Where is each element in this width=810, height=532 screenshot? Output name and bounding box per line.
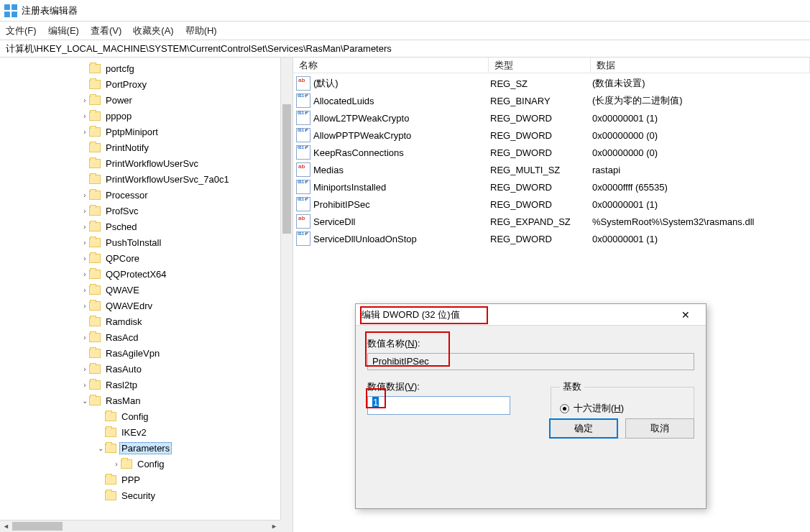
value-name: AllowL2TPWeakCrypto: [313, 113, 490, 124]
value-name: AllocatedLuids: [313, 96, 490, 106]
tree-item-label: pppop: [103, 110, 134, 122]
tree-pane: portcfgPortProxy›Power›pppop›PptpMinipor…: [0, 58, 293, 532]
value-row[interactable]: KeepRasConnectionsREG_DWORD0x00000000 (0…: [293, 144, 810, 161]
value-row[interactable]: ProhibitIPSecREG_DWORD0x00000001 (1): [293, 196, 810, 213]
value-name: AllowPPTPWeakCrypto: [313, 130, 490, 141]
tree-item-label: QPCore: [103, 252, 142, 265]
tree-item[interactable]: ⌄RasMan: [0, 393, 280, 408]
tree-vertical-scrollbar[interactable]: [280, 58, 293, 520]
tree-item[interactable]: ›Power: [0, 92, 280, 108]
folder-icon: [89, 349, 101, 358]
folder-icon: [89, 364, 101, 374]
value-row[interactable]: (默认)REG_SZ(数值未设置): [293, 75, 810, 92]
ok-button[interactable]: 确定: [549, 418, 618, 439]
value-row[interactable]: AllocatedLuidsREG_BINARY(长度为零的二进制值): [293, 92, 810, 109]
menu-item[interactable]: 编辑(E): [48, 24, 79, 37]
column-type[interactable]: 类型: [489, 58, 591, 73]
tree-item[interactable]: ›RasAuto: [0, 361, 280, 377]
folder-icon: [105, 412, 116, 421]
tree-item[interactable]: ›PptpMiniport: [0, 124, 280, 139]
tree-item[interactable]: IKEv2: [0, 424, 280, 440]
tree-item[interactable]: ›QWAVE: [0, 282, 280, 298]
expand-chevron-icon[interactable]: ›: [80, 334, 89, 341]
tree-item-label: Parameters: [119, 442, 172, 454]
expand-chevron-icon[interactable]: ⌄: [80, 397, 89, 405]
tree-item[interactable]: ›QPCore: [0, 250, 280, 266]
scroll-right-arrow-icon[interactable]: ►: [268, 520, 280, 533]
tree-item[interactable]: ›pppop: [0, 108, 280, 124]
expand-chevron-icon[interactable]: ›: [80, 239, 89, 247]
tree-item[interactable]: Ramdisk: [0, 313, 280, 329]
expand-chevron-icon[interactable]: ›: [80, 191, 89, 199]
menu-item[interactable]: 帮助(H): [185, 24, 217, 37]
tree-item[interactable]: ›QWAVEdrv: [0, 298, 280, 313]
folder-icon: [89, 270, 101, 279]
column-data[interactable]: 数据: [591, 58, 810, 73]
value-data: %SystemRoot%\System32\rasmans.dll: [592, 216, 810, 227]
menu-item[interactable]: 文件(F): [6, 24, 37, 37]
tree-item[interactable]: Config: [0, 408, 280, 424]
tree-item[interactable]: ›Rasl2tp: [0, 377, 280, 393]
tree-horizontal-scrollbar[interactable]: ◄ ►: [0, 520, 280, 532]
expand-chevron-icon[interactable]: ›: [80, 365, 89, 373]
expand-chevron-icon[interactable]: ⌄: [96, 444, 105, 452]
expand-chevron-icon[interactable]: ›: [80, 128, 89, 136]
expand-chevron-icon[interactable]: ›: [80, 302, 89, 310]
value-data: rastapi: [592, 165, 810, 175]
tree-item[interactable]: PPP: [0, 472, 280, 487]
tree-item-label: PptpMiniport: [103, 126, 160, 138]
folder-icon: [121, 459, 132, 469]
tree-item[interactable]: ⌄Parameters: [0, 440, 280, 456]
svg-rect-3: [11, 12, 17, 17]
value-row[interactable]: AllowPPTPWeakCryptoREG_DWORD0x00000000 (…: [293, 127, 810, 144]
tree-item[interactable]: PrintWorkflowUserSvc: [0, 155, 280, 171]
tree-item-label: PPP: [119, 474, 142, 486]
value-data-input[interactable]: 1: [367, 396, 510, 415]
tree-item[interactable]: PrintWorkflowUserSvc_7a0c1: [0, 171, 280, 187]
expand-chevron-icon[interactable]: ›: [80, 223, 89, 231]
column-name[interactable]: 名称: [293, 58, 489, 73]
tree-item[interactable]: ›PushToInstall: [0, 234, 280, 250]
value-type: REG_DWORD: [490, 182, 592, 193]
tree-item-label: ProfSvc: [103, 205, 141, 217]
tree-item[interactable]: ›ProfSvc: [0, 203, 280, 219]
radio-hex[interactable]: 十六进制(H): [560, 402, 685, 415]
tree-item[interactable]: PrintNotify: [0, 139, 280, 155]
tree-item-label: QWAVE: [103, 284, 142, 296]
folder-icon: [89, 111, 101, 121]
binary-value-icon: [296, 197, 310, 211]
menu-item[interactable]: 收藏夹(A): [133, 24, 173, 37]
tree-item[interactable]: RasAgileVpn: [0, 345, 280, 361]
expand-chevron-icon[interactable]: ›: [80, 112, 89, 120]
value-name: ServiceDllUnloadOnStop: [313, 234, 490, 244]
value-row[interactable]: ServiceDllUnloadOnStopREG_DWORD0x0000000…: [293, 230, 810, 247]
tree-item[interactable]: PortProxy: [0, 76, 280, 92]
expand-chevron-icon[interactable]: ›: [80, 270, 89, 278]
scroll-left-arrow-icon[interactable]: ◄: [0, 520, 12, 533]
menu-item[interactable]: 查看(V): [91, 24, 121, 37]
tree-item[interactable]: ›Psched: [0, 219, 280, 234]
expand-chevron-icon[interactable]: ›: [80, 96, 89, 104]
value-type: REG_DWORD: [490, 113, 592, 124]
regedit-icon: [4, 4, 17, 17]
value-row[interactable]: MiniportsInstalledREG_DWORD0x0000ffff (6…: [293, 178, 810, 196]
tree-item[interactable]: portcfg: [0, 60, 280, 76]
tree-item[interactable]: ›Config: [0, 456, 280, 472]
expand-chevron-icon[interactable]: ›: [80, 286, 89, 294]
tree-item[interactable]: ›QQProtectX64: [0, 266, 280, 282]
value-name: ServiceDll: [313, 216, 490, 227]
value-row[interactable]: MediasREG_MULTI_SZrastapi: [293, 161, 810, 178]
expand-chevron-icon[interactable]: ›: [80, 207, 89, 215]
tree-item[interactable]: ›RasAcd: [0, 329, 280, 345]
cancel-button[interactable]: 取消: [625, 418, 694, 439]
value-row[interactable]: ServiceDllREG_EXPAND_SZ%SystemRoot%\Syst…: [293, 213, 810, 230]
address-bar[interactable]: 计算机\HKEY_LOCAL_MACHINE\SYSTEM\CurrentCon…: [0, 40, 810, 58]
expand-chevron-icon[interactable]: ›: [80, 381, 89, 389]
expand-chevron-icon[interactable]: ›: [80, 254, 89, 262]
value-row[interactable]: AllowL2TPWeakCryptoREG_DWORD0x00000001 (…: [293, 109, 810, 127]
close-icon[interactable]: ✕: [671, 309, 700, 321]
dialog-titlebar[interactable]: 编辑 DWORD (32 位)值 ✕: [356, 304, 706, 326]
tree-item[interactable]: Security: [0, 487, 280, 503]
tree-item[interactable]: ›Processor: [0, 187, 280, 203]
expand-chevron-icon[interactable]: ›: [112, 460, 121, 468]
